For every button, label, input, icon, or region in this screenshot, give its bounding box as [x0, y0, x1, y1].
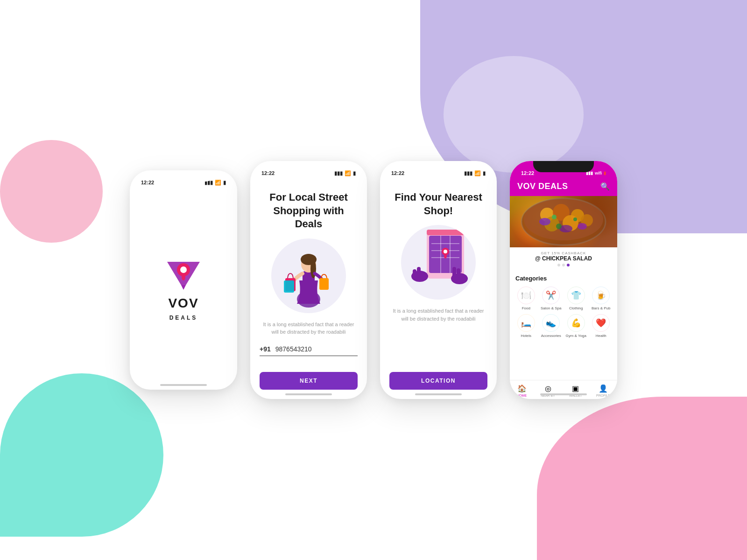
svg-point-39: [539, 218, 550, 225]
svg-rect-25: [413, 269, 416, 279]
wallet-nav-icon: ▣: [572, 384, 579, 393]
health-label: Health: [596, 334, 606, 338]
signal-icon-2: ▮▮▮: [334, 170, 343, 176]
dot-2[interactable]: [562, 264, 565, 266]
food-image: [510, 196, 617, 247]
accessories-label: Accessories: [541, 334, 561, 338]
category-food[interactable]: 🍽️ Food: [515, 287, 537, 310]
wifi-icon-2: 📶: [345, 170, 351, 176]
location-title: Find Your Nearest Shop!: [395, 191, 482, 217]
bars-icon-circle: 🍺: [592, 287, 610, 304]
bg-blob-pink-right: [537, 397, 747, 560]
food-icon: 🍽️: [521, 290, 531, 301]
status-icons-2: ▮▮▮ 📶 ▮: [334, 170, 356, 176]
categories-title: Categories: [515, 275, 612, 282]
next-button[interactable]: NEXT: [260, 372, 358, 390]
onboard-title: For Local Street Shopping with Deals: [260, 191, 358, 231]
svg-rect-29: [427, 230, 464, 235]
phone-splash: 12:22 ▮▮▮ 📶 ▮: [130, 170, 237, 390]
map-illustration: [401, 225, 476, 300]
logo-text-deals: DEALS: [169, 315, 198, 321]
home-indicator-1: [160, 384, 207, 386]
clothing-icon-circle: 👕: [567, 287, 585, 304]
accessories-icon: 👟: [546, 318, 556, 328]
categories-section: Categories 🍽️ Food ✂️ Salon & Spa: [510, 270, 617, 380]
battery-icon-4: ▮: [604, 171, 606, 175]
vov-logo: VOV DEALS: [165, 259, 202, 321]
nav-profile[interactable]: 👤 PROFILE: [596, 384, 610, 397]
category-clothing[interactable]: 👕 Clothing: [565, 287, 587, 310]
gym-icon: 💪: [571, 318, 581, 328]
notch-4: [533, 161, 594, 172]
app-title: VOV DEALS: [517, 182, 568, 191]
home-indicator-4: [540, 393, 587, 395]
health-icon: ❤️: [596, 318, 606, 328]
category-accessories[interactable]: 👟 Accessories: [541, 314, 562, 338]
salon-icon-circle: ✂️: [542, 287, 560, 304]
bg-blob-pink-left: [0, 140, 103, 243]
nav-home[interactable]: 🏠 HOME: [517, 384, 527, 397]
wifi-icon-3: 📶: [474, 170, 481, 176]
category-gym[interactable]: 💪 Gym & Yoga: [565, 314, 587, 338]
bars-icon: 🍺: [596, 290, 606, 301]
hotels-icon-circle: 🛏️: [517, 314, 535, 332]
category-bars[interactable]: 🍺 Bars & Pub: [591, 287, 612, 310]
categories-grid: 🍽️ Food ✂️ Salon & Spa 👕 Clothing: [515, 287, 612, 338]
logo-text-vov: VOV: [168, 296, 198, 311]
dot-1[interactable]: [557, 264, 560, 266]
hotels-icon: 🛏️: [521, 318, 531, 328]
phones-container: 12:22 ▮▮▮ 📶 ▮: [130, 161, 617, 399]
bars-label: Bars & Pub: [592, 306, 610, 310]
accessories-icon-circle: 👟: [542, 314, 560, 332]
dot-3-active[interactable]: [567, 264, 570, 266]
cashback-strip: GET 15% CASHBACK @ CHICKPEA SALAD: [510, 247, 617, 270]
svg-point-43: [573, 217, 577, 221]
hotels-label: Hotels: [521, 334, 531, 338]
status-time-2: 12:22: [261, 170, 275, 176]
salon-label: Salon & Spa: [541, 306, 561, 310]
cashback-name: @ CHICKPEA SALAD: [515, 255, 612, 262]
svg-rect-11: [284, 280, 294, 293]
category-health[interactable]: ❤️ Health: [591, 314, 612, 338]
svg-point-3: [180, 266, 187, 273]
search-icon[interactable]: 🔍: [600, 182, 610, 191]
battery-icon: ▮: [223, 180, 226, 186]
home-indicator-2: [285, 393, 332, 395]
home-indicator-3: [415, 393, 462, 395]
battery-icon-2: ▮: [353, 170, 356, 176]
status-time-1: 12:22: [141, 180, 154, 185]
svg-point-40: [578, 223, 587, 230]
svg-rect-28: [457, 268, 460, 278]
gym-icon-circle: 💪: [567, 314, 585, 332]
carousel-dots: [515, 264, 612, 266]
clothing-icon: 👕: [571, 290, 581, 301]
status-icons-4: ▮▮▮ wifi ▮: [586, 171, 606, 175]
svg-point-4: [182, 274, 185, 280]
phone-input-group[interactable]: +91 9876543210: [260, 345, 358, 356]
bottom-nav: 🏠 HOME ◎ NEAR BY ▣ WALLET 👤 PROFILE: [510, 380, 617, 399]
onboard-description: It is a long established fact that a rea…: [260, 321, 358, 336]
svg-point-21: [444, 250, 447, 253]
wifi-icon: 📶: [215, 180, 221, 186]
category-hotels[interactable]: 🛏️ Hotels: [515, 314, 537, 338]
phone-main-app: 12:22 ▮▮▮ wifi ▮ VOV DEALS 🔍: [510, 161, 617, 399]
food-icon-circle: 🍽️: [517, 287, 535, 304]
app-header: VOV DEALS 🔍: [510, 182, 617, 196]
phone-location: 12:22 ▮▮▮ 📶 ▮ Find Your Nearest Shop!: [380, 161, 497, 399]
bg-blob-lavender: [444, 56, 584, 173]
category-salon[interactable]: ✂️ Salon & Spa: [541, 287, 562, 310]
country-code: +91: [260, 345, 271, 353]
phone-onboarding: 12:22 ▮▮▮ 📶 ▮ For Local Street Shopping …: [250, 161, 367, 399]
status-time-3: 12:22: [391, 170, 404, 176]
gym-label: Gym & Yoga: [566, 334, 586, 338]
svg-rect-12: [319, 278, 329, 290]
location-description: It is a long established fact that a rea…: [389, 307, 487, 322]
profile-nav-icon: 👤: [599, 384, 608, 393]
svg-marker-1: [181, 285, 186, 290]
status-time-4: 12:22: [521, 170, 534, 176]
location-button[interactable]: LOCATION: [389, 372, 487, 390]
logo-icon: [165, 259, 202, 292]
hero-banner: [510, 196, 617, 247]
shopping-illustration: [271, 238, 346, 313]
notch-3: [408, 161, 469, 172]
